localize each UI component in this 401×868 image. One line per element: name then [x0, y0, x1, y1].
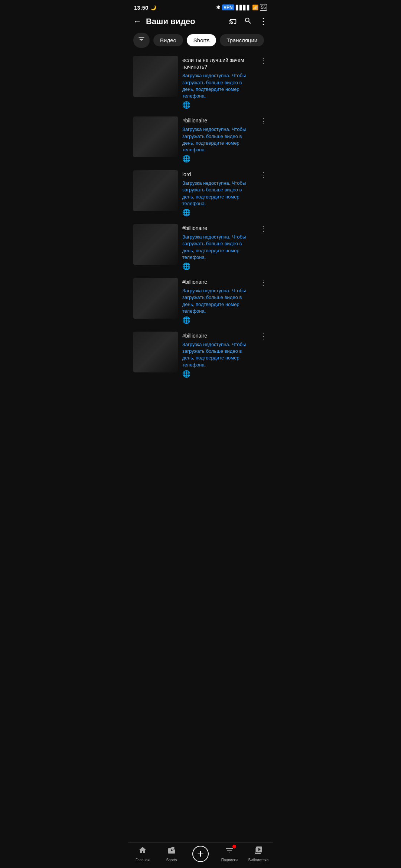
back-button[interactable]: ←: [133, 17, 141, 26]
video-more-button[interactable]: ⋮: [259, 278, 268, 287]
video-info: #billionaire Загрузка недоступна. Чтобы …: [182, 224, 254, 270]
tab-video[interactable]: Видео: [153, 34, 183, 46]
video-item[interactable]: #billionaire Загрузка недоступна. Чтобы …: [128, 113, 273, 167]
battery-indicator: 56: [260, 4, 267, 11]
header: ← Ваши видео ⋮: [128, 13, 273, 30]
video-status: Загрузка недоступна. Чтобы загружать бол…: [182, 234, 254, 261]
video-thumbnail: [133, 224, 178, 265]
video-item[interactable]: #billionaire Загрузка недоступна. Чтобы …: [128, 328, 273, 382]
video-thumbnail: [133, 170, 178, 211]
globe-icon: 🌐: [182, 208, 254, 217]
page-title: Ваши видео: [146, 17, 225, 26]
more-options-button[interactable]: ⋮: [259, 16, 268, 27]
video-thumbnail: [133, 278, 178, 319]
video-status: Загрузка недоступна. Чтобы загружать бол…: [182, 180, 254, 207]
video-status: Загрузка недоступна. Чтобы загружать бол…: [182, 341, 254, 368]
video-more-button[interactable]: ⋮: [259, 332, 268, 341]
video-item[interactable]: если ты не лучший зачем начинать? Загруз…: [128, 52, 273, 113]
globe-icon: 🌐: [182, 316, 254, 324]
filter-tabs: Видео Shorts Трансляции: [128, 30, 273, 52]
status-bar: 13:50 🌙 ✱ VPN ▋▋▋▋ 📶 56: [128, 0, 273, 13]
video-info: #billionaire Загрузка недоступна. Чтобы …: [182, 278, 254, 324]
video-item[interactable]: #billionaire Загрузка недоступна. Чтобы …: [128, 274, 273, 328]
video-more-button[interactable]: ⋮: [259, 116, 268, 125]
cast-button[interactable]: [229, 17, 237, 27]
globe-icon: 🌐: [182, 155, 254, 163]
video-title: #billionaire: [182, 117, 254, 124]
globe-icon: 🌐: [182, 101, 254, 109]
globe-icon: 🌐: [182, 370, 254, 378]
video-thumbnail: [133, 332, 178, 372]
tab-shorts[interactable]: Shorts: [187, 34, 216, 46]
bluetooth-icon: ✱: [216, 4, 221, 10]
search-button[interactable]: [244, 17, 252, 27]
video-more-button[interactable]: ⋮: [259, 170, 268, 179]
filter-icon-button[interactable]: [133, 33, 150, 48]
video-info: lord Загрузка недоступна. Чтобы загружат…: [182, 170, 254, 217]
video-info: если ты не лучший зачем начинать? Загруз…: [182, 56, 254, 109]
video-item[interactable]: lord Загрузка недоступна. Чтобы загружат…: [128, 167, 273, 220]
moon-icon: 🌙: [150, 5, 156, 10]
video-more-button[interactable]: ⋮: [259, 56, 268, 65]
video-thumbnail: [133, 116, 178, 157]
wifi-icon: 📶: [252, 4, 258, 10]
video-status: Загрузка недоступна. Чтобы загружать бол…: [182, 126, 254, 153]
status-icons: ✱ VPN ▋▋▋▋ 📶 56: [216, 4, 267, 11]
tab-broadcasts[interactable]: Трансляции: [220, 34, 264, 46]
video-title: lord: [182, 171, 254, 178]
video-list: если ты не лучший зачем начинать? Загруз…: [128, 52, 273, 415]
video-more-button[interactable]: ⋮: [259, 224, 268, 233]
video-title: #billionaire: [182, 332, 254, 339]
video-status: Загрузка недоступна. Чтобы загружать бол…: [182, 72, 254, 99]
signal-icon: ▋▋▋▋: [236, 5, 251, 10]
video-item[interactable]: #billionaire Загрузка недоступна. Чтобы …: [128, 220, 273, 274]
video-info: #billionaire Загрузка недоступна. Чтобы …: [182, 332, 254, 378]
vpn-badge: VPN: [222, 4, 234, 10]
globe-icon: 🌐: [182, 262, 254, 270]
video-status: Загрузка недоступна. Чтобы загружать бол…: [182, 287, 254, 315]
header-actions: ⋮: [229, 16, 268, 27]
video-title: если ты не лучший зачем начинать?: [182, 57, 254, 70]
video-title: #billionaire: [182, 225, 254, 231]
video-thumbnail: [133, 56, 178, 97]
video-title: #billionaire: [182, 279, 254, 285]
video-info: #billionaire Загрузка недоступна. Чтобы …: [182, 116, 254, 163]
status-time: 13:50: [134, 4, 148, 11]
